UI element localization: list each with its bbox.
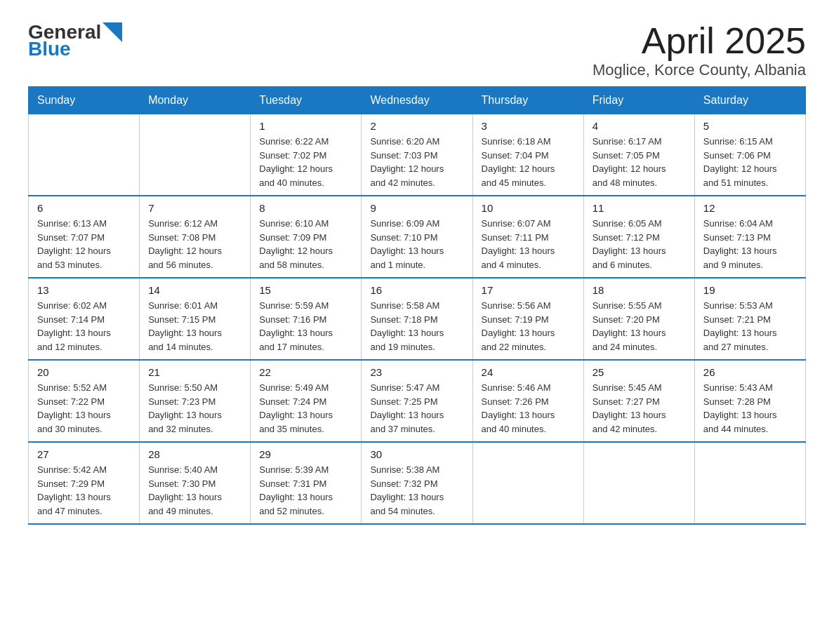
day-number: 16 (370, 284, 463, 296)
table-row: 12Sunrise: 6:04 AM Sunset: 7:13 PM Dayli… (694, 196, 805, 278)
svg-marker-0 (102, 22, 122, 42)
table-row: 30Sunrise: 5:38 AM Sunset: 7:32 PM Dayli… (362, 442, 472, 524)
header-friday: Friday (583, 87, 694, 114)
day-number: 5 (703, 120, 797, 132)
table-row: 4Sunrise: 6:17 AM Sunset: 7:05 PM Daylig… (583, 114, 694, 196)
table-row: 3Sunrise: 6:18 AM Sunset: 7:04 PM Daylig… (472, 114, 583, 196)
table-row: 1Sunrise: 6:22 AM Sunset: 7:02 PM Daylig… (251, 114, 362, 196)
day-number: 20 (37, 366, 131, 378)
calendar-subtitle: Moglice, Korce County, Albania (593, 61, 806, 79)
day-info: Sunrise: 6:09 AM Sunset: 7:10 PM Dayligh… (370, 217, 463, 271)
calendar-title: April 2025 (593, 21, 806, 61)
day-number: 13 (37, 284, 131, 296)
day-info: Sunrise: 6:07 AM Sunset: 7:11 PM Dayligh… (482, 217, 575, 271)
logo-triangle-icon (102, 22, 122, 42)
day-info: Sunrise: 6:17 AM Sunset: 7:05 PM Dayligh… (593, 135, 686, 189)
day-info: Sunrise: 5:58 AM Sunset: 7:18 PM Dayligh… (370, 299, 463, 354)
table-row (140, 114, 251, 196)
day-number: 30 (370, 448, 463, 460)
table-row: 16Sunrise: 5:58 AM Sunset: 7:18 PM Dayli… (362, 278, 472, 360)
logo: General Blue (28, 21, 122, 60)
table-row (29, 114, 140, 196)
table-row: 13Sunrise: 6:02 AM Sunset: 7:14 PM Dayli… (29, 278, 140, 360)
day-number: 1 (259, 120, 352, 132)
day-number: 24 (482, 366, 575, 378)
day-info: Sunrise: 5:50 AM Sunset: 7:23 PM Dayligh… (148, 381, 241, 436)
day-number: 18 (593, 284, 686, 296)
day-number: 19 (703, 284, 797, 296)
day-info: Sunrise: 6:04 AM Sunset: 7:13 PM Dayligh… (703, 217, 797, 271)
table-row: 8Sunrise: 6:10 AM Sunset: 7:09 PM Daylig… (251, 196, 362, 278)
title-section: April 2025 Moglice, Korce County, Albani… (593, 21, 806, 79)
day-info: Sunrise: 5:46 AM Sunset: 7:26 PM Dayligh… (482, 381, 575, 436)
day-number: 28 (148, 448, 241, 460)
header-wednesday: Wednesday (362, 87, 472, 114)
table-row: 5Sunrise: 6:15 AM Sunset: 7:06 PM Daylig… (694, 114, 805, 196)
day-number: 6 (37, 202, 131, 214)
header-tuesday: Tuesday (251, 87, 362, 114)
day-info: Sunrise: 5:38 AM Sunset: 7:32 PM Dayligh… (370, 463, 463, 518)
day-info: Sunrise: 6:02 AM Sunset: 7:14 PM Dayligh… (37, 299, 131, 354)
day-number: 2 (370, 120, 463, 132)
table-row: 11Sunrise: 6:05 AM Sunset: 7:12 PM Dayli… (583, 196, 694, 278)
table-row (694, 442, 805, 524)
calendar-table: SundayMondayTuesdayWednesdayThursdayFrid… (28, 86, 806, 525)
table-row: 25Sunrise: 5:45 AM Sunset: 7:27 PM Dayli… (583, 360, 694, 442)
day-info: Sunrise: 6:12 AM Sunset: 7:08 PM Dayligh… (148, 217, 241, 271)
table-row: 18Sunrise: 5:55 AM Sunset: 7:20 PM Dayli… (583, 278, 694, 360)
table-row: 28Sunrise: 5:40 AM Sunset: 7:30 PM Dayli… (140, 442, 251, 524)
day-number: 10 (482, 202, 575, 214)
day-info: Sunrise: 5:53 AM Sunset: 7:21 PM Dayligh… (703, 299, 797, 354)
day-number: 27 (37, 448, 131, 460)
week-row-3: 13Sunrise: 6:02 AM Sunset: 7:14 PM Dayli… (29, 278, 806, 360)
week-row-4: 20Sunrise: 5:52 AM Sunset: 7:22 PM Dayli… (29, 360, 806, 442)
day-number: 25 (593, 366, 686, 378)
day-number: 26 (703, 366, 797, 378)
table-row: 19Sunrise: 5:53 AM Sunset: 7:21 PM Dayli… (694, 278, 805, 360)
day-info: Sunrise: 6:22 AM Sunset: 7:02 PM Dayligh… (259, 135, 352, 189)
day-number: 4 (593, 120, 686, 132)
day-number: 23 (370, 366, 463, 378)
header-saturday: Saturday (694, 87, 805, 114)
table-row: 21Sunrise: 5:50 AM Sunset: 7:23 PM Dayli… (140, 360, 251, 442)
logo-blue-text: Blue (28, 38, 71, 60)
day-info: Sunrise: 5:47 AM Sunset: 7:25 PM Dayligh… (370, 381, 463, 436)
day-number: 8 (259, 202, 352, 214)
table-row: 17Sunrise: 5:56 AM Sunset: 7:19 PM Dayli… (472, 278, 583, 360)
day-number: 15 (259, 284, 352, 296)
day-number: 3 (482, 120, 575, 132)
day-info: Sunrise: 6:15 AM Sunset: 7:06 PM Dayligh… (703, 135, 797, 189)
day-number: 22 (259, 366, 352, 378)
page-header: General Blue April 2025 Moglice, Korce C… (28, 21, 806, 79)
table-row: 14Sunrise: 6:01 AM Sunset: 7:15 PM Dayli… (140, 278, 251, 360)
day-info: Sunrise: 5:55 AM Sunset: 7:20 PM Dayligh… (593, 299, 686, 354)
table-row: 22Sunrise: 5:49 AM Sunset: 7:24 PM Dayli… (251, 360, 362, 442)
day-info: Sunrise: 5:43 AM Sunset: 7:28 PM Dayligh… (703, 381, 797, 436)
day-number: 12 (703, 202, 797, 214)
calendar-header-row: SundayMondayTuesdayWednesdayThursdayFrid… (29, 87, 806, 114)
day-number: 7 (148, 202, 241, 214)
day-info: Sunrise: 5:39 AM Sunset: 7:31 PM Dayligh… (259, 463, 352, 518)
table-row: 7Sunrise: 6:12 AM Sunset: 7:08 PM Daylig… (140, 196, 251, 278)
table-row: 2Sunrise: 6:20 AM Sunset: 7:03 PM Daylig… (362, 114, 472, 196)
day-info: Sunrise: 5:49 AM Sunset: 7:24 PM Dayligh… (259, 381, 352, 436)
day-info: Sunrise: 5:40 AM Sunset: 7:30 PM Dayligh… (148, 463, 241, 518)
day-info: Sunrise: 6:01 AM Sunset: 7:15 PM Dayligh… (148, 299, 241, 354)
table-row: 27Sunrise: 5:42 AM Sunset: 7:29 PM Dayli… (29, 442, 140, 524)
day-number: 29 (259, 448, 352, 460)
week-row-5: 27Sunrise: 5:42 AM Sunset: 7:29 PM Dayli… (29, 442, 806, 524)
header-sunday: Sunday (29, 87, 140, 114)
header-thursday: Thursday (472, 87, 583, 114)
day-info: Sunrise: 5:59 AM Sunset: 7:16 PM Dayligh… (259, 299, 352, 354)
day-number: 11 (593, 202, 686, 214)
table-row: 15Sunrise: 5:59 AM Sunset: 7:16 PM Dayli… (251, 278, 362, 360)
table-row: 9Sunrise: 6:09 AM Sunset: 7:10 PM Daylig… (362, 196, 472, 278)
day-number: 9 (370, 202, 463, 214)
day-number: 14 (148, 284, 241, 296)
week-row-1: 1Sunrise: 6:22 AM Sunset: 7:02 PM Daylig… (29, 114, 806, 196)
table-row: 24Sunrise: 5:46 AM Sunset: 7:26 PM Dayli… (472, 360, 583, 442)
day-info: Sunrise: 6:20 AM Sunset: 7:03 PM Dayligh… (370, 135, 463, 189)
table-row: 29Sunrise: 5:39 AM Sunset: 7:31 PM Dayli… (251, 442, 362, 524)
table-row: 23Sunrise: 5:47 AM Sunset: 7:25 PM Dayli… (362, 360, 472, 442)
day-info: Sunrise: 6:05 AM Sunset: 7:12 PM Dayligh… (593, 217, 686, 271)
